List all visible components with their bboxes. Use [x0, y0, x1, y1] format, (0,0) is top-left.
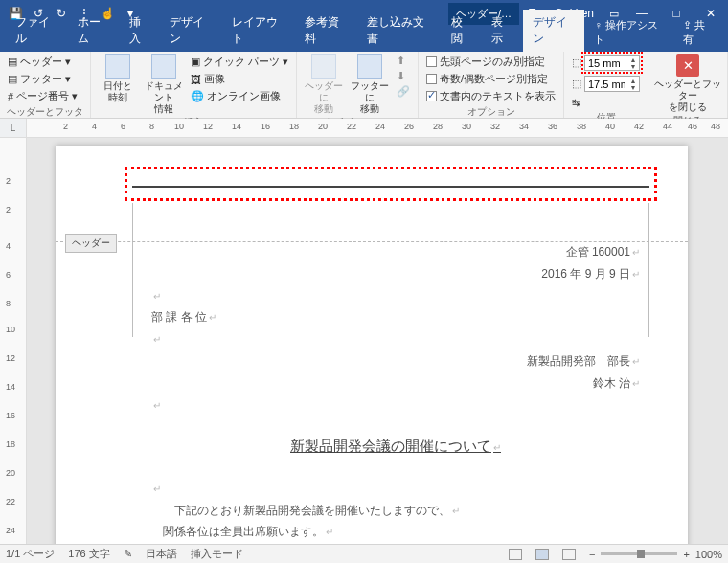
doc-name: 鈴木 治: [151, 372, 640, 394]
opt-odd-even[interactable]: 奇数/偶数ページ別指定: [424, 71, 557, 87]
header-horizontal-rule: [132, 186, 649, 188]
doc-date: 2016 年 9 月 9 日: [151, 263, 640, 285]
zoom-slider-thumb[interactable]: [637, 550, 645, 558]
ruler-horizontal[interactable]: L 2468 10121416 18202224 26283032 343638…: [0, 119, 728, 138]
share-label: 共有: [683, 19, 705, 45]
status-words[interactable]: 176 文字: [68, 547, 109, 561]
close-header-footer-button[interactable]: ✕ ヘッダーとフッター を閉じる: [654, 54, 721, 113]
footer-bottom-row: ⬚ ▲▼: [570, 75, 642, 93]
quickparts-label: クイック パーツ: [203, 55, 280, 69]
quickparts-button[interactable]: ▣ クイック パーツ ▾: [189, 54, 290, 70]
margin-top-icon: ⬚: [572, 56, 581, 69]
group-close: ✕ ヘッダーとフッター を閉じる 閉じる: [648, 52, 728, 118]
tab-mailings[interactable]: 差し込み文書: [357, 10, 441, 52]
ruler-vertical[interactable]: 22 468 101214 161820 2224: [0, 138, 27, 544]
spin-down-icon[interactable]: ▼: [627, 84, 639, 91]
group-header-footer: ▤ ヘッダー ▾ ▤ フッター ▾ # ページ番号 ▾ ヘッダーとフッター: [0, 52, 91, 118]
tab-view[interactable]: 表示: [482, 10, 522, 52]
picture-button[interactable]: 🖼 画像: [189, 71, 290, 87]
status-mode[interactable]: 挿入モード: [191, 547, 243, 561]
page-number-label: ページ番号: [16, 89, 69, 103]
spin-down-icon[interactable]: ▼: [627, 63, 639, 70]
nav-next[interactable]: ⬇: [395, 69, 412, 83]
footer-bottom-input[interactable]: [585, 79, 627, 90]
header-top-spinner[interactable]: ▲▼: [584, 55, 640, 71]
footer-label: フッター: [20, 72, 62, 86]
doc-to: 部 課 各 位: [151, 306, 640, 328]
document-canvas[interactable]: ヘッダー 企管 160001 2016 年 9 月 9 日 部 課 各 位 新製…: [27, 138, 728, 544]
spin-up-icon[interactable]: ▲: [627, 56, 639, 63]
view-web-icon[interactable]: [562, 549, 576, 560]
nav-prev[interactable]: ⬆: [395, 54, 412, 68]
header-button[interactable]: ▤ ヘッダー ▾: [6, 54, 80, 70]
tab-file[interactable]: ファイル: [6, 10, 68, 52]
goto-footer-icon: [357, 54, 382, 79]
doc-empty3: [151, 394, 640, 417]
datetime-label: 日付と 時刻: [103, 80, 132, 103]
doc-empty2: [151, 328, 640, 350]
doc-body2: 関係各位は全員出席願います。: [151, 521, 640, 543]
close-icon: ✕: [676, 54, 699, 77]
view-print-icon[interactable]: [535, 549, 549, 560]
footer-button[interactable]: ▤ フッター ▾: [6, 71, 80, 87]
goto-footer-button[interactable]: フッターに 移動: [349, 54, 391, 115]
doc-dept: 新製品開発部 部長: [151, 350, 640, 372]
page-number-button[interactable]: # ページ番号 ▾: [6, 88, 80, 104]
header-top-row: ⬚ ▲▼: [570, 54, 642, 72]
share-button[interactable]: ⇪ 共有: [673, 13, 722, 52]
zoom-control: − + 100%: [589, 549, 722, 560]
nav-link[interactable]: 🔗: [395, 84, 412, 99]
group-navigation: ヘッダーに 移動 フッターに 移動 ⬆ ⬇ 🔗 ナビゲーション: [297, 52, 419, 118]
online-picture-button[interactable]: 🌐 オンライン画像: [189, 88, 290, 104]
ribbon-tabs: ファイル ホーム 挿入 デザイン レイアウト 参考資料 差し込み文書 校閲 表示…: [0, 27, 728, 52]
status-lang[interactable]: 日本語: [146, 547, 177, 561]
zoom-value[interactable]: 100%: [695, 549, 722, 560]
zoom-in-button[interactable]: +: [683, 549, 689, 560]
opt-show-text[interactable]: 文書内のテキストを表示: [424, 88, 557, 104]
group-options: 先頭ページのみ別指定 奇数/偶数ページ別指定 文書内のテキストを表示 オプション: [419, 52, 564, 118]
checkbox-icon: [426, 56, 437, 67]
tab-hf-design[interactable]: デザイン: [523, 10, 585, 52]
spin-up-icon[interactable]: ▲: [627, 78, 639, 84]
header-area[interactable]: [132, 174, 649, 213]
document-body[interactable]: 企管 160001 2016 年 9 月 9 日 部 課 各 位 新製品開発部 …: [151, 241, 640, 544]
tab-layout[interactable]: レイアウト: [222, 10, 295, 52]
doc-refno: 企管 160001: [151, 241, 640, 263]
tab-review[interactable]: 校閲: [442, 10, 482, 52]
datetime-button[interactable]: 日付と 時刻: [97, 54, 139, 103]
docinfo-button[interactable]: ドキュメント 情報: [143, 54, 185, 115]
header-tag: ヘッダー: [65, 234, 117, 253]
group-position: ⬚ ▲▼ ⬚ ▲▼ ↹ 位置: [564, 52, 648, 118]
opt-show-text-label: 文書内のテキストを表示: [440, 89, 556, 103]
page: ヘッダー 企管 160001 2016 年 9 月 9 日 部 課 各 位 新製…: [56, 146, 688, 544]
doc-empty4: [151, 478, 640, 500]
ruler-h-ticks: 2468 10121416 18202224 26283032 34363840…: [27, 119, 728, 137]
margin-bottom-icon: ⬚: [572, 78, 581, 90]
opt-first-page-label: 先頭ページのみ別指定: [440, 55, 545, 69]
status-proof-icon[interactable]: ✎: [124, 548, 132, 560]
tab-home[interactable]: ホーム: [68, 10, 120, 52]
close-hf-label: ヘッダーとフッター を閉じる: [654, 79, 721, 113]
workspace: 22 468 101214 161820 2224 ヘッダー 企管 160001…: [0, 138, 728, 544]
docinfo-icon: [151, 54, 176, 79]
docinfo-label: ドキュメント 情報: [143, 80, 185, 115]
tab-insert[interactable]: 挿入: [120, 10, 160, 52]
opt-first-page[interactable]: 先頭ページのみ別指定: [424, 54, 557, 70]
header-highlight: [125, 167, 657, 201]
doc-body1: 下記のとおり新製品開発会議を開催いたしますので、: [151, 500, 640, 522]
view-read-icon[interactable]: [509, 549, 522, 560]
tab-references[interactable]: 参考資料: [295, 10, 357, 52]
zoom-slider[interactable]: [601, 552, 677, 555]
footer-bottom-spinner[interactable]: ▲▼: [584, 76, 640, 92]
header-top-input[interactable]: [585, 57, 627, 69]
status-page[interactable]: 1/1 ページ: [6, 547, 55, 561]
align-tab-button[interactable]: ↹: [570, 96, 642, 110]
zoom-out-button[interactable]: −: [589, 549, 595, 560]
ruler-corner[interactable]: L: [0, 119, 27, 137]
tell-me[interactable]: ♀ 操作アシスト: [584, 13, 671, 52]
online-picture-label: オンライン画像: [207, 89, 281, 103]
tab-design[interactable]: デザイン: [160, 10, 222, 52]
goto-header-button[interactable]: ヘッダーに 移動: [303, 54, 345, 115]
group-label-options: オプション: [424, 105, 557, 119]
calendar-icon: [105, 54, 130, 79]
